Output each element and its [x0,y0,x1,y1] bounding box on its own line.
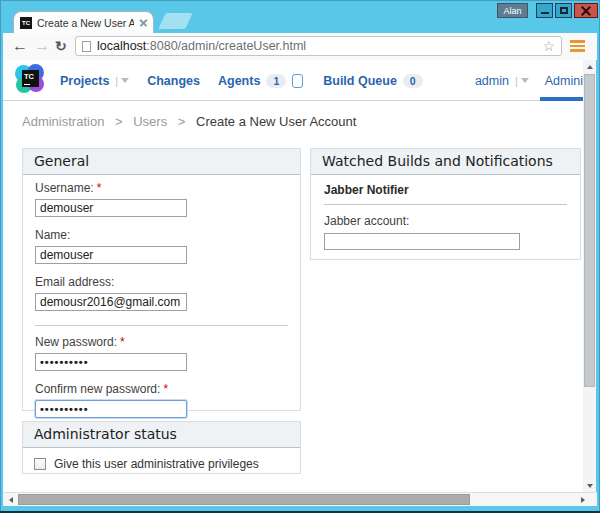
breadcrumb-users[interactable]: Users [133,114,167,129]
admin-privileges-label: Give this user administrative privileges [54,457,259,471]
breadcrumb-administration[interactable]: Administration [22,114,104,129]
jabber-account-field-group: Jabber account: [324,215,567,250]
general-section-title: General [23,149,300,175]
breadcrumb-current-page: Create a New User Account [196,114,356,129]
general-section: General Username:* Name: Email address: [22,148,301,411]
teamcity-logo[interactable]: TC [15,64,45,94]
teamcity-header: TC Projects | Changes Agents 1 Build Que… [3,60,583,101]
scroll-down-icon [587,484,593,488]
vertical-scroll-thumb[interactable] [584,74,595,387]
build-queue-count-badge: 0 [403,74,423,88]
new-password-field-group: New password:* [35,336,288,371]
name-input[interactable] [35,246,187,264]
nav-build-queue[interactable]: Build Queue [323,74,397,88]
url-host: localhost [97,39,146,53]
page-icon [82,41,91,52]
breadcrumb-separator: > [115,114,123,129]
browser-tab[interactable]: TC Create a New User Accoun [13,11,154,33]
horizontal-scrollbar[interactable] [3,492,597,506]
back-button[interactable]: ← [12,35,28,57]
user-menu-separator: | [515,75,518,87]
nav-projects[interactable]: Projects [60,74,109,88]
agents-icon [292,74,303,88]
refresh-button[interactable]: ↻ [55,35,67,57]
horizontal-scroll-thumb[interactable] [18,494,470,505]
teamcity-page: TC Projects | Changes Agents 1 Build Que… [3,60,583,492]
new-password-label: New password:* [35,336,288,349]
administrator-status-title: Administrator status [23,422,300,448]
watched-builds-section: Watched Builds and Notifications Jabber … [310,148,581,260]
required-mark: * [163,382,168,396]
confirm-password-label: Confirm new password:* [35,383,288,396]
jabber-account-label: Jabber account: [324,215,567,228]
required-mark: * [97,181,102,195]
minimize-button[interactable] [536,3,553,18]
jabber-notifier-heading: Jabber Notifier [324,183,567,205]
jabber-account-input[interactable] [324,233,520,250]
scroll-right-button[interactable] [576,493,589,506]
watched-builds-title: Watched Builds and Notifications [311,149,580,175]
titlebar-user-button[interactable]: Alan [497,3,528,18]
email-label: Email address: [35,276,288,289]
admin-privileges-checkbox[interactable] [34,458,46,470]
teamcity-favicon: TC [20,17,32,29]
scroll-up-button[interactable] [583,60,596,73]
name-field-group: Name: [35,229,288,264]
administrator-status-section: Administrator status Give this user admi… [22,421,301,474]
new-tab-button[interactable] [158,13,192,29]
nav-agents[interactable]: Agents [218,74,260,88]
section-divider [35,325,288,326]
nav-changes[interactable]: Changes [147,74,200,88]
logo-tc-square: TC [22,70,39,87]
name-label: Name: [35,229,288,242]
username-label: Username:* [35,182,288,195]
chevron-down-icon [521,78,529,83]
email-input[interactable] [35,293,187,311]
confirm-password-field-group: Confirm new password:* [35,383,288,418]
new-password-input[interactable] [35,353,187,371]
browser-toolbar: ← → ↻ localhost:8080/admin/createUser.ht… [3,33,597,60]
chevron-down-icon [121,78,129,83]
active-tab-indicator [540,97,583,101]
minimize-icon [541,12,549,14]
breadcrumb: Administration > Users > Create a New Us… [3,101,583,129]
username-input[interactable] [35,199,187,217]
scroll-left-icon [9,497,13,503]
url-path: :8080/admin/createUser.html [146,39,306,53]
tab-title: Create a New User Accoun [37,17,134,29]
maximize-icon [560,7,568,14]
bookmark-star-icon[interactable]: ☆ [542,39,555,53]
required-mark: * [120,335,125,349]
close-button[interactable] [574,3,598,18]
browser-window: Alan TC Create a New User Accoun ← → ↻ l… [0,0,600,513]
scroll-left-button[interactable] [4,493,17,506]
confirm-password-input[interactable] [35,400,187,418]
scroll-right-icon [581,497,585,503]
close-icon [581,6,591,16]
maximize-button[interactable] [555,3,572,18]
email-field-group: Email address: [35,276,288,311]
breadcrumb-separator: > [178,114,186,129]
forward-button[interactable]: → [34,35,50,57]
agents-count-badge: 1 [266,74,286,88]
nav-separator: | [115,75,118,87]
vertical-scrollbar[interactable] [583,60,596,492]
user-menu[interactable]: admin [475,74,509,88]
username-field-group: Username:* [35,182,288,217]
browser-menu-icon[interactable] [570,40,585,54]
scroll-down-button[interactable] [583,479,596,492]
tab-close-icon[interactable] [139,19,147,27]
address-bar[interactable]: localhost:8080/admin/createUser.html ☆ [75,36,562,56]
tab-administration[interactable]: Admini [545,74,583,88]
scroll-up-icon [587,65,593,69]
